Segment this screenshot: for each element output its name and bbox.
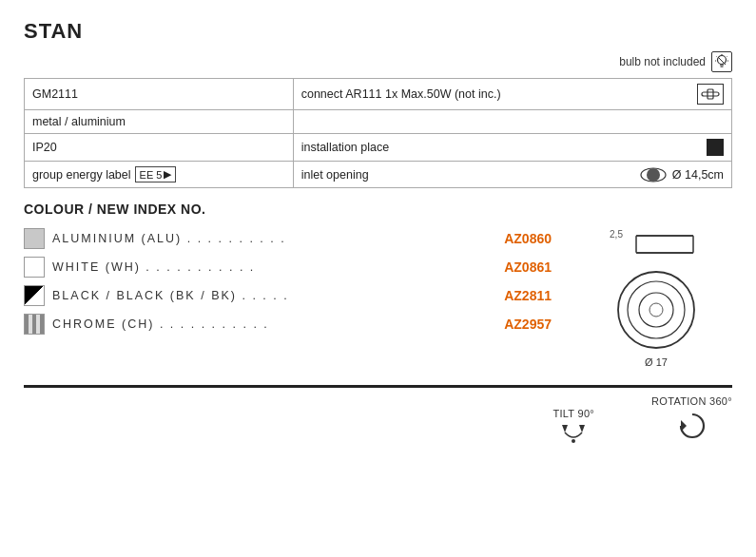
colour-code-2: AZ2811 xyxy=(504,288,552,303)
svg-rect-14 xyxy=(636,236,693,253)
svg-marker-20 xyxy=(562,425,568,432)
bulb-icon xyxy=(711,51,732,72)
half-circle-icon xyxy=(640,167,667,182)
rotation-icon xyxy=(677,411,708,444)
spec-row-2: metal / aluminium xyxy=(25,110,732,134)
svg-rect-10 xyxy=(708,89,713,99)
spec-table: GM2111 connect AR111 1x Max.50W (not inc… xyxy=(24,78,732,188)
colour-item-0: ALUMINIUM (ALU) . . . . . . . . . . AZ08… xyxy=(24,228,552,249)
colour-name-3: CHROME (CH) . . . . . . . . . . . xyxy=(52,317,496,331)
bulb-note-row: bulb not included xyxy=(24,51,732,72)
lamp-top-view-svg xyxy=(613,267,699,353)
colour-code-0: AZ0860 xyxy=(504,231,552,246)
diameter-label: Ø 17 xyxy=(645,356,668,368)
colour-code-1: AZ0861 xyxy=(504,259,552,275)
svg-point-0 xyxy=(718,56,727,65)
colour-item-1: WHITE (WH) . . . . . . . . . . . AZ0861 xyxy=(24,257,552,278)
colour-swatch-black xyxy=(24,285,45,306)
colour-name-1: WHITE (WH) . . . . . . . . . . . xyxy=(52,260,496,274)
tilt-item: TILT 90° xyxy=(552,408,594,444)
colour-swatch-white xyxy=(24,257,45,278)
spec-material-right xyxy=(293,110,731,134)
spec-connect: connect AR111 1x Max.50W (not inc.) xyxy=(293,79,731,110)
tilt-arrows xyxy=(556,423,591,444)
spec-energy: group energy label EE 5 ▶ xyxy=(25,162,294,188)
svg-point-18 xyxy=(639,293,673,327)
svg-point-17 xyxy=(628,281,685,338)
colour-name-0: ALUMINIUM (ALU) . . . . . . . . . . xyxy=(52,232,496,245)
connector-icon xyxy=(697,84,724,105)
svg-point-16 xyxy=(618,272,694,348)
spec-row-1: GM2111 connect AR111 1x Max.50W (not inc… xyxy=(25,79,732,110)
rotation-label: ROTATION 360° xyxy=(651,395,732,407)
colour-code-3: AZ2957 xyxy=(504,317,552,332)
installation-icon xyxy=(707,139,724,156)
side-height-label: 2,5 xyxy=(610,228,623,240)
spec-material: metal / aluminium xyxy=(25,110,294,134)
colour-name-2: BLACK / BLACK (BK / BK) . . . . . xyxy=(52,289,496,302)
lamp-diagram: 2,5 Ø 17 xyxy=(580,228,732,368)
lamp-side-view-svg xyxy=(627,228,703,261)
colour-swatch-aluminium xyxy=(24,228,45,249)
svg-point-22 xyxy=(572,439,575,443)
rotation-item: ROTATION 360° xyxy=(651,395,732,444)
spec-row-3: IP20 installation place xyxy=(25,134,732,162)
product-title: STAN xyxy=(24,19,732,44)
svg-line-5 xyxy=(727,57,727,58)
spec-installation: installation place xyxy=(293,134,731,162)
diameter-value: Ø 14,5cm xyxy=(672,168,724,182)
svg-marker-21 xyxy=(579,425,585,432)
colour-section: ALUMINIUM (ALU) . . . . . . . . . . AZ08… xyxy=(24,228,732,368)
spec-model: GM2111 xyxy=(25,79,294,110)
svg-marker-23 xyxy=(681,420,687,432)
spec-inlet: inlet opening Ø 14,5cm xyxy=(293,162,731,188)
spec-row-4: group energy label EE 5 ▶ inlet opening xyxy=(25,162,732,188)
colour-item-2: BLACK / BLACK (BK / BK) . . . . . AZ2811 xyxy=(24,285,552,306)
tilt-label: TILT 90° xyxy=(552,408,594,419)
energy-box: EE 5 ▶ xyxy=(135,166,177,182)
svg-rect-9 xyxy=(702,92,719,96)
bottom-section: TILT 90° ROTATION 360° xyxy=(24,385,732,444)
svg-line-4 xyxy=(717,57,718,58)
spec-ip: IP20 xyxy=(25,134,294,162)
svg-point-12 xyxy=(647,168,660,182)
svg-point-19 xyxy=(649,303,663,317)
colour-item-3: CHROME (CH) . . . . . . . . . . . AZ2957 xyxy=(24,314,552,335)
colour-section-title: COLOUR / NEW INDEX NO. xyxy=(24,202,732,217)
colour-swatch-chrome xyxy=(24,314,45,335)
bulb-note-text: bulb not included xyxy=(619,55,706,68)
colour-list: ALUMINIUM (ALU) . . . . . . . . . . AZ08… xyxy=(24,228,552,368)
